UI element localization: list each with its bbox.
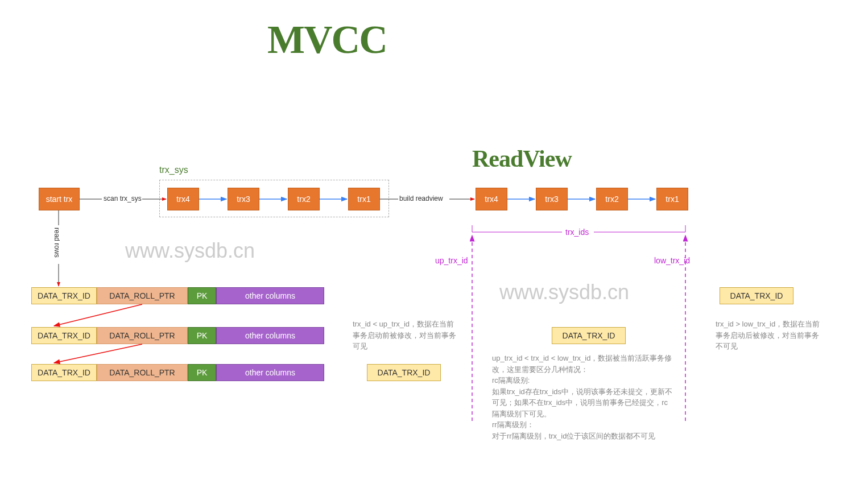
desc-middle: up_trx_id < trx_id < low_trx_id，数据被当前活跃事… [492, 353, 674, 441]
box-rv-trx2: trx2 [596, 188, 628, 210]
box-trxsys-trx1: trx1 [348, 188, 380, 210]
row2-other: other columns [216, 327, 324, 344]
box-trxsys-trx4: trx4 [167, 188, 199, 210]
label-read-rows: read rows [53, 228, 61, 258]
box-rv-trx3: trx3 [536, 188, 568, 210]
box-data-trx-id-left: DATA_TRX_ID [367, 364, 441, 381]
box-data-trx-id-right: DATA_TRX_ID [720, 287, 793, 304]
label-build-readview: build readview [399, 195, 443, 202]
box-data-trx-id-mid: DATA_TRX_ID [552, 327, 626, 344]
watermark-1: www.sysdb.cn [125, 239, 255, 263]
row1-data-trx-id: DATA_TRX_ID [31, 287, 97, 304]
row2-pk: PK [188, 327, 216, 344]
box-rv-trx4: trx4 [476, 188, 507, 210]
label-up-trx-id: up_trx_id [435, 256, 468, 265]
box-start-trx: start trx [39, 188, 80, 210]
desc-right: trx_id > low_trx_id，数据在当前事务启动后被修改，对当前事务不… [716, 319, 821, 352]
row1-other: other columns [216, 287, 324, 304]
label-trx-sys: trx_sys [159, 165, 188, 175]
row3-other: other columns [216, 364, 324, 381]
row3-pk: PK [188, 364, 216, 381]
row2-data-trx-id: DATA_TRX_ID [31, 327, 97, 344]
label-low-trx-id: low_trx_id [654, 256, 690, 265]
label-trx-ids: trx_ids [565, 228, 589, 237]
box-rv-trx1: trx1 [656, 188, 688, 210]
box-trxsys-trx2: trx2 [288, 188, 320, 210]
row3-data-trx-id: DATA_TRX_ID [31, 364, 97, 381]
label-scan-trx-sys: scan trx_sys [104, 195, 142, 202]
title-mvcc: MVCC [267, 17, 387, 63]
box-trxsys-trx3: trx3 [228, 188, 259, 210]
row1-pk: PK [188, 287, 216, 304]
svg-line-13 [54, 344, 142, 363]
title-readview: ReadView [472, 145, 572, 172]
row3-data-roll-ptr: DATA_ROLL_PTR [97, 364, 188, 381]
watermark-2: www.sysdb.cn [499, 280, 629, 304]
desc-left: trx_id < up_trx_id，数据在当前事务启动前被修改，对当前事务可见 [353, 319, 458, 352]
row1-data-roll-ptr: DATA_ROLL_PTR [97, 287, 188, 304]
row2-data-roll-ptr: DATA_ROLL_PTR [97, 327, 188, 344]
svg-line-12 [54, 304, 142, 326]
